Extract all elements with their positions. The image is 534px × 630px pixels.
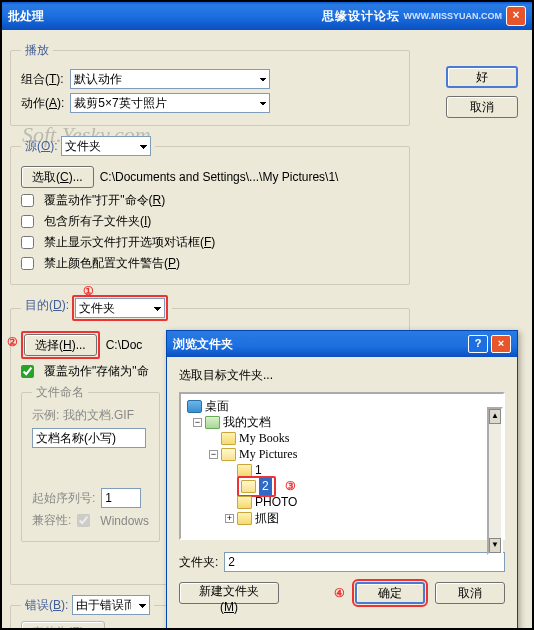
folder-input[interactable]: [224, 552, 505, 572]
saveas-button: 存储为(E)...: [21, 621, 105, 630]
playback-legend: 播放: [21, 42, 53, 59]
new-folder-button[interactable]: 新建文件夹 (M): [179, 582, 279, 604]
cancel-button[interactable]: 取消: [446, 96, 518, 118]
tree-node-desktop[interactable]: 桌面: [187, 398, 497, 414]
folder-tree[interactable]: 桌面 −我的文档 My Books −My Pictures 1 2③ PHOT…: [179, 392, 505, 540]
startseq-label: 起始序列号:: [32, 490, 95, 507]
tree-node-zhuatu[interactable]: +抓图: [187, 510, 497, 526]
dialog-prompt: 选取目标文件夹...: [179, 367, 505, 384]
dialog-ok-button[interactable]: 确定: [355, 582, 425, 604]
browse-folder-dialog: 浏览文件夹 ? × 选取目标文件夹... 桌面 −我的文档 My Books −…: [166, 330, 518, 630]
tree-node-1[interactable]: 1: [187, 462, 497, 478]
window-title: 批处理: [8, 8, 44, 25]
dialog-title: 浏览文件夹: [173, 336, 233, 353]
annotation-1: ①: [83, 284, 94, 298]
main-titlebar: 批处理 思缘设计论坛 WWW.MISSYUAN.COM ×: [2, 2, 532, 30]
help-icon[interactable]: ?: [468, 335, 488, 353]
folder-open-icon: [221, 448, 236, 461]
dialog-titlebar: 浏览文件夹 ? ×: [167, 331, 517, 357]
brand-text: 思缘设计论坛: [322, 8, 400, 25]
folder-icon: [237, 512, 252, 525]
destination-legend: 目的(D): ① 文件夹: [21, 295, 172, 321]
set-select[interactable]: 默认动作: [70, 69, 270, 89]
source-legend: 源(O): 文件夹: [21, 136, 155, 156]
cb-suppress-open[interactable]: [21, 236, 34, 249]
cb-override-open-label: 覆盖动作"打开"命令(R): [44, 192, 165, 209]
choose-dest-button[interactable]: 选择(H)...: [24, 334, 97, 356]
tree-node-photo[interactable]: PHOTO: [187, 494, 497, 510]
action-label: 动作(A):: [21, 95, 64, 112]
desktop-icon: [187, 400, 202, 413]
dialog-close-icon[interactable]: ×: [491, 335, 511, 353]
source-path: C:\Documents and Settings\...\My Picture…: [100, 170, 339, 184]
folder-icon: [205, 416, 220, 429]
dest-path: C:\Doc: [106, 338, 143, 352]
compat-windows-cb: [77, 514, 90, 527]
cb-subfolders-label: 包含所有子文件夹(I): [44, 213, 151, 230]
startseq-input[interactable]: [101, 488, 141, 508]
errors-select[interactable]: 由于错误而: [72, 595, 150, 615]
cb-suppress-profile[interactable]: [21, 257, 34, 270]
tree-node-mypics[interactable]: −My Pictures: [187, 446, 497, 462]
errors-legend: 错误(B): 由于错误而: [21, 595, 154, 615]
folder-icon: [237, 496, 252, 509]
cb-suppress-open-label: 禁止显示文件打开选项对话框(F): [44, 234, 215, 251]
cb-suppress-profile-label: 禁止颜色配置文件警告(P): [44, 255, 180, 272]
compat-label: 兼容性:: [32, 512, 71, 529]
tree-scrollbar[interactable]: ▲▼: [487, 407, 503, 555]
tree-node-mybooks[interactable]: My Books: [187, 430, 497, 446]
filenaming-group: 文件命名 示例: 我的文档.GIF 起始序列号: 兼容性:Windows: [21, 384, 160, 542]
filename-part-input[interactable]: [32, 428, 146, 448]
ok-button[interactable]: 好: [446, 66, 518, 88]
cb-subfolders[interactable]: [21, 215, 34, 228]
dialog-cancel-button[interactable]: 取消: [435, 582, 505, 604]
annotation-2: ②: [7, 335, 18, 349]
action-select[interactable]: 裁剪5×7英寸照片: [70, 93, 270, 113]
cb-override-saveas[interactable]: [21, 365, 34, 378]
filenaming-example: 示例: 我的文档.GIF: [32, 407, 149, 424]
close-icon[interactable]: ×: [506, 6, 526, 26]
tree-node-2-selected[interactable]: 2③: [187, 478, 497, 494]
scroll-up-icon[interactable]: ▲: [489, 409, 501, 424]
destination-select[interactable]: 文件夹: [75, 298, 165, 318]
compat-windows-label: Windows: [100, 514, 149, 528]
errors-group: 错误(B): 由于错误而 存储为(E)...: [10, 595, 168, 630]
cb-override-saveas-label: 覆盖动作"存储为"命: [44, 363, 149, 380]
source-select[interactable]: 文件夹: [61, 136, 151, 156]
folder-icon: [221, 432, 236, 445]
choose-source-button[interactable]: 选取(C)...: [21, 166, 94, 188]
folder-label: 文件夹:: [179, 554, 218, 571]
filenaming-legend: 文件命名: [32, 384, 88, 401]
scroll-down-icon[interactable]: ▼: [489, 538, 501, 553]
annotation-3: ③: [285, 478, 296, 495]
tree-node-mydocs[interactable]: −我的文档: [187, 414, 497, 430]
playback-group: 播放 组合(T): 默认动作 动作(A): 裁剪5×7英寸照片: [10, 42, 410, 126]
annotation-4: ④: [334, 586, 345, 600]
brand-url: WWW.MISSYUAN.COM: [404, 11, 503, 21]
set-label: 组合(T):: [21, 71, 64, 88]
cb-override-open[interactable]: [21, 194, 34, 207]
folder-open-icon: [241, 480, 256, 493]
folder-icon: [237, 464, 252, 477]
source-group: 源(O): 文件夹 选取(C)... C:\Documents and Sett…: [10, 136, 410, 285]
